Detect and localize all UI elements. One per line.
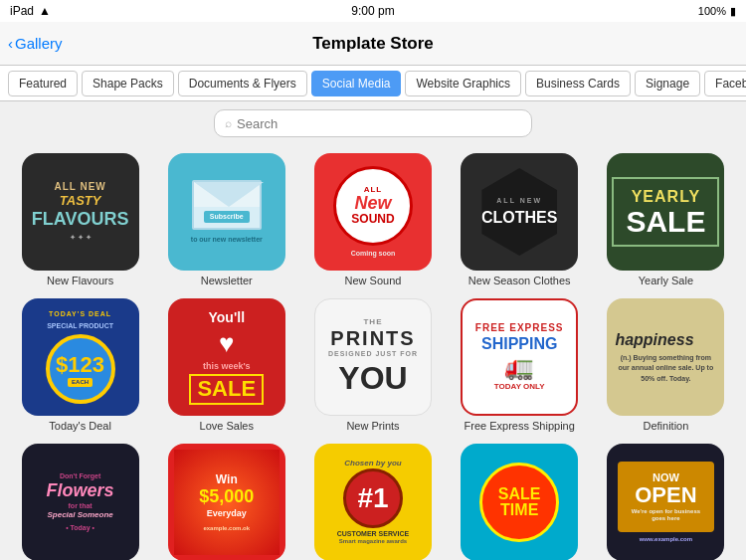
template-label: Newsletter [201,275,253,286]
template-label: Today's Deal [49,420,111,432]
list-item[interactable]: ALL NEW CLOTHES New Season Clothes [452,153,588,286]
list-item[interactable]: NOW OPEN We're open for businessgoes her… [598,444,734,560]
template-grid: ALL NEW tasty FLAVOURS ✦ ✦ ✦ New Flavour… [0,145,746,560]
list-item[interactable]: ALL NEW tasty FLAVOURS ✦ ✦ ✦ New Flavour… [12,153,148,286]
list-item[interactable]: Win $5,000 Everyday example.com.ok Win [158,444,294,560]
template-thumb-win: Win $5,000 Everyday example.com.ok [168,444,285,560]
template-thumb-sale-time: SALE TIME [461,444,578,560]
search-icon: ⌕ [225,116,232,130]
back-button[interactable]: ‹ Gallery [8,35,63,52]
tab-facebook-covers[interactable]: Facebook Covers [704,71,746,96]
template-thumb-dont-forget-flowers: Don't Forget Flowers for that Special So… [22,444,139,560]
list-item[interactable]: TODAY'S DEAL SPECIAL PRODUCT $123 EACH T… [12,298,148,432]
tab-documents-flyers[interactable]: Documents & Flyers [178,71,307,96]
list-item[interactable]: FREE EXPRESS SHIPPING 🚛 TODAY ONLY Free … [452,298,588,432]
ipad-label: iPad [10,4,34,18]
list-item[interactable]: happiness (n.) Buying something from our… [598,298,734,432]
nav-bar: ‹ Gallery Template Store [0,22,746,66]
tab-website-graphics[interactable]: Website Graphics [405,71,520,96]
template-label: Free Express Shipping [465,420,575,432]
template-thumb-new-sound: ALL New SOUND Coming soon [314,153,432,271]
wifi-icon: ▲ [39,4,51,18]
tab-bar: Featured Shape Packs Documents & Flyers … [0,66,746,101]
back-label: Gallery [15,35,63,52]
list-item[interactable]: Subscribe to our new newsletter Newslett… [158,153,294,286]
template-thumb-definition: happiness (n.) Buying something from our… [607,298,724,416]
template-thumb-free-express-shipping: FREE EXPRESS SHIPPING 🚛 TODAY ONLY [461,298,578,416]
search-bar: ⌕ [0,101,746,145]
template-thumb-todays-deal: TODAY'S DEAL SPECIAL PRODUCT $123 EACH [22,298,139,416]
template-thumb-new-season-clothes: ALL NEW CLOTHES [461,153,578,271]
battery-icon: ▮ [730,5,736,18]
list-item[interactable]: Don't Forget Flowers for that Special So… [12,444,148,560]
list-item[interactable]: YEARLY SALE Yearly Sale [598,153,734,286]
template-thumb-new-flavours: ALL NEW tasty FLAVOURS ✦ ✦ ✦ [22,153,139,271]
template-thumb-newsletter: Subscribe to our new newsletter [168,153,285,271]
template-thumb-yearly-sale: YEARLY SALE [607,153,724,271]
template-label: Love Sales [200,420,254,432]
page-title: Template Store [312,34,434,54]
tab-featured[interactable]: Featured [8,71,78,96]
status-left: iPad ▲ [10,4,51,18]
status-time: 9:00 pm [351,4,394,18]
template-label: New Season Clothes [468,275,571,286]
chevron-left-icon: ‹ [8,35,13,52]
list-item[interactable]: THE PRINTS DESIGNED JUST FOR YOU New Pri… [304,298,441,432]
template-thumb-number1: Chosen by you #1 CUSTOMER SERVICE Smart … [314,444,432,560]
status-bar: iPad ▲ 9:00 pm 100% ▮ [0,0,746,22]
tab-business-cards[interactable]: Business Cards [525,71,631,96]
template-label: New Sound [345,275,402,286]
template-thumb-love-sales: You'll ♥ this week's SALE [168,298,285,416]
template-label: New Flavours [47,275,113,286]
list-item[interactable]: ALL New SOUND Coming soon New Sound [304,153,441,286]
tab-shape-packs[interactable]: Shape Packs [82,71,174,96]
tab-social-media[interactable]: Social Media [311,71,402,96]
search-input[interactable] [237,116,521,131]
list-item[interactable]: Chosen by you #1 CUSTOMER SERVICE Smart … [304,444,441,560]
list-item[interactable]: SALE TIME Sale Time [452,444,588,560]
template-thumb-now-open: NOW OPEN We're open for businessgoes her… [607,444,724,560]
template-thumb-new-prints: THE PRINTS DESIGNED JUST FOR YOU [314,298,432,416]
search-wrap: ⌕ [214,109,532,137]
envelope-icon: Subscribe [192,180,262,230]
template-label: New Prints [346,420,399,432]
tab-signage[interactable]: Signage [635,71,700,96]
template-label: Yearly Sale [639,275,693,286]
battery-label: 100% [698,5,726,17]
template-label: Definition [643,420,688,432]
list-item[interactable]: You'll ♥ this week's SALE Love Sales [158,298,294,432]
status-right: 100% ▮ [698,5,736,18]
